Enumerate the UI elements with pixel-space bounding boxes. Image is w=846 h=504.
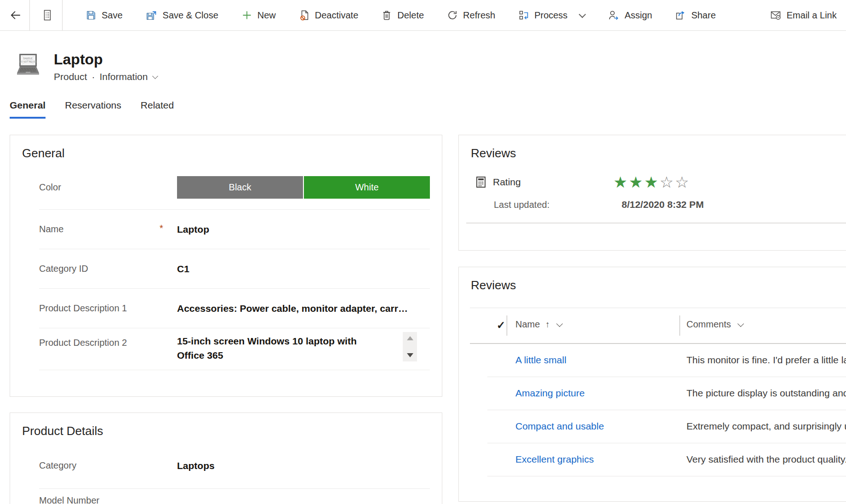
form-tabs: General Reservations Related	[10, 100, 174, 119]
product-description-2-value[interactable]: 15-inch screen Windows 10 laptop with Of…	[177, 334, 382, 363]
process-button[interactable]: Process	[518, 10, 585, 21]
column-header-name[interactable]: Name ↑	[515, 319, 562, 330]
product-details-fields: Category Laptops Model Number	[39, 443, 430, 504]
textarea-scrollbar[interactable]	[403, 332, 417, 361]
review-comment: Very satisfied with the product quality.	[686, 454, 846, 465]
save-and-close-button[interactable]: Save & Close	[146, 10, 218, 21]
reviews-subgrid-card: Reviews ✓ Name ↑ Comments A little small…	[458, 267, 846, 502]
tab-related[interactable]: Related	[141, 100, 174, 119]
table-row: Compact and usable Extremely compact, an…	[459, 410, 846, 443]
entity-name: Product	[54, 71, 87, 82]
refresh-label: Refresh	[463, 10, 495, 21]
page-title: Laptop	[54, 51, 157, 68]
save-button[interactable]: Save	[86, 10, 123, 21]
assign-person-icon	[608, 10, 619, 21]
record-title-block: Laptop Product · Information	[54, 51, 157, 82]
process-flow-icon	[518, 10, 529, 21]
refresh-icon	[447, 10, 458, 21]
last-updated-value: 8/12/2020 8:32 PM	[622, 199, 704, 210]
form-name: Information	[99, 71, 148, 82]
table-row: Excellent graphics Very satisfied with t…	[459, 443, 846, 476]
sort-ascending-icon: ↑	[545, 320, 550, 330]
field-label: Model Number	[39, 495, 177, 504]
deactivate-icon	[299, 10, 310, 21]
assign-button[interactable]: Assign	[608, 10, 652, 21]
product-description-1-value[interactable]: Accessories: Power cable, monitor adapte…	[177, 303, 409, 314]
product-image[interactable]: SAMPLE, DO NOT REUSE	[15, 52, 41, 78]
tab-general[interactable]: General	[10, 100, 46, 119]
new-button[interactable]: New	[241, 10, 276, 21]
share-label: Share	[691, 10, 715, 21]
review-comment: This monitor is fine. I'd prefer a littl…	[686, 355, 846, 366]
product-details-section-card: Product Details Category Laptops Model N…	[10, 412, 442, 504]
review-name-link[interactable]: A little small	[515, 355, 566, 366]
calculated-field-icon	[476, 177, 486, 188]
field-row-model-number: Model Number	[39, 489, 430, 504]
general-section-card: General Color Black White Name * Laptop …	[10, 135, 442, 397]
reviews-summary-card: Reviews Rating ★★★☆☆ Last updated: 8/12/…	[458, 135, 846, 251]
row-divider	[487, 476, 846, 476]
deactivate-label: Deactivate	[315, 10, 359, 21]
share-icon	[675, 10, 686, 21]
field-row-name: Name * Laptop	[39, 210, 430, 249]
column-divider	[680, 315, 680, 336]
column-header-comments[interactable]: Comments	[686, 319, 743, 330]
review-name-link[interactable]: Amazing picture	[515, 388, 585, 399]
field-label: Name *	[39, 224, 177, 235]
column-divider	[507, 315, 507, 336]
field-label: Product Description 1	[39, 303, 177, 314]
star-filled-icon: ★	[629, 173, 644, 191]
review-name-link[interactable]: Compact and usable	[515, 421, 604, 432]
rating-stars: ★★★☆☆	[613, 174, 690, 190]
divider	[29, 0, 30, 30]
subgrid-header-row: ✓ Name ↑ Comments	[459, 308, 846, 343]
category-field-value[interactable]: Laptops	[177, 460, 215, 471]
trash-icon	[381, 10, 392, 21]
plus-icon	[241, 10, 252, 21]
review-comment: The picture display is outstanding and c…	[686, 388, 846, 399]
color-option-white[interactable]: White	[304, 176, 430, 199]
field-row-category: Category Laptops	[39, 443, 430, 489]
delete-button[interactable]: Delete	[381, 10, 424, 21]
divider	[466, 223, 846, 223]
review-name-link[interactable]: Excellent graphics	[515, 454, 594, 465]
chevron-down-icon	[579, 11, 586, 18]
field-row-color: Color Black White	[39, 165, 430, 210]
scroll-down-icon[interactable]	[407, 353, 413, 357]
field-label: Color	[39, 182, 177, 193]
share-button[interactable]: Share	[675, 10, 715, 21]
field-row-product-description-2: Product Description 2 15-inch screen Win…	[39, 328, 430, 370]
section-title: Product Details	[10, 413, 442, 438]
color-option-black[interactable]: Black	[177, 176, 303, 199]
chevron-down-icon	[556, 320, 563, 326]
field-label: Product Description 2	[39, 338, 177, 348]
refresh-button[interactable]: Refresh	[447, 10, 495, 21]
field-label-text: Name	[39, 224, 63, 234]
form-selector[interactable]: Information	[99, 71, 157, 82]
star-empty-icon: ☆	[675, 173, 690, 191]
deactivate-button[interactable]: Deactivate	[299, 10, 359, 21]
table-row: A little small This monitor is fine. I'd…	[459, 344, 846, 377]
save-icon	[86, 10, 97, 21]
name-field-value[interactable]: Laptop	[177, 224, 209, 235]
email-link-button[interactable]: Email a Link	[770, 10, 837, 21]
scroll-up-icon[interactable]	[407, 336, 413, 340]
tab-reservations[interactable]: Reservations	[65, 100, 121, 119]
field-row-category-id: Category ID C1	[39, 249, 430, 289]
chevron-down-icon	[737, 320, 744, 326]
rating-label: Rating	[493, 177, 613, 188]
assign-label: Assign	[624, 10, 652, 21]
column-label: Name	[515, 319, 540, 330]
chevron-down-icon	[153, 73, 159, 79]
section-title: General	[10, 135, 442, 160]
select-all-checkmark-icon[interactable]: ✓	[497, 319, 505, 332]
color-option-set: Black White	[177, 176, 430, 199]
table-row: Amazing picture The picture display is o…	[459, 377, 846, 410]
email-link-icon	[770, 10, 782, 21]
required-marker: *	[160, 223, 163, 234]
save-and-close-icon	[146, 10, 158, 21]
category-id-field-value[interactable]: C1	[177, 263, 189, 275]
column-label: Comments	[686, 319, 731, 330]
record-set-navigator-button[interactable]	[37, 9, 57, 21]
back-button[interactable]	[6, 9, 25, 21]
